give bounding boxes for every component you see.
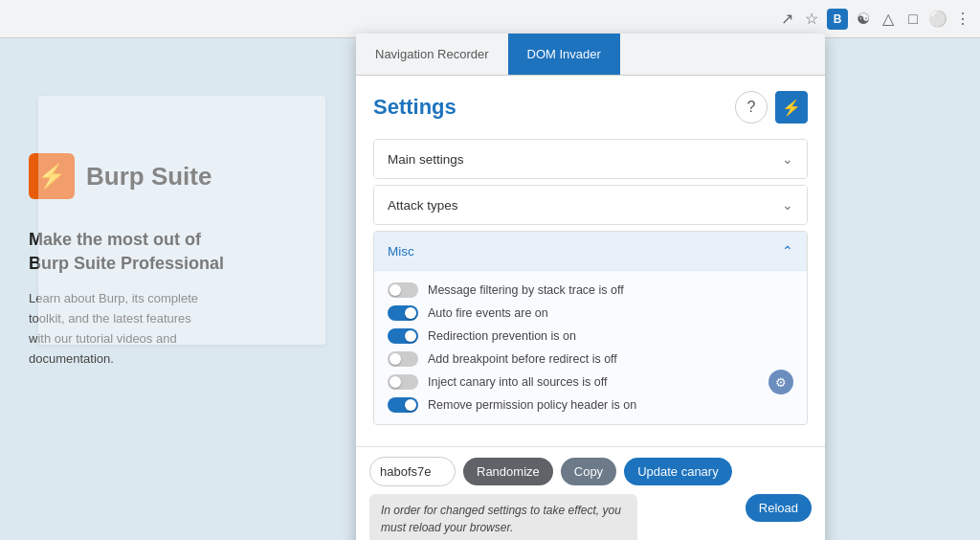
help-icon-button[interactable]: ? <box>735 91 768 124</box>
toggle-label-auto-fire: Auto fire events are on <box>428 306 548 320</box>
toggle-auto-fire[interactable] <box>388 305 418 321</box>
info-reload-row: In order for changed settings to take ef… <box>369 494 812 540</box>
account-icon[interactable]: △ <box>879 10 898 29</box>
toggle-remove-perm[interactable] <box>388 397 418 413</box>
toggle-label-inject-canary: Inject canary into all sources is off <box>428 375 607 389</box>
accordion-body-misc: Message filtering by stack trace is off … <box>374 270 807 424</box>
more-icon[interactable]: ⋮ <box>953 10 972 29</box>
toggle-row-add-breakpoint: Add breakpoint before redirect is off <box>388 351 793 367</box>
copy-button[interactable]: Copy <box>561 458 616 485</box>
reload-button[interactable]: Reload <box>746 494 812 522</box>
accordion-label-misc: Misc <box>388 244 414 259</box>
chevron-down-icon-main: ⌄ <box>782 151 793 167</box>
update-canary-button[interactable]: Update canary <box>624 458 732 485</box>
accordion-header-misc[interactable]: Misc ⌃ <box>374 232 807 270</box>
accordion-misc: Misc ⌃ Message filtering by stack trace … <box>373 231 808 425</box>
popup-tabs: Navigation Recorder DOM Invader <box>356 34 825 76</box>
accordion-main-settings: Main settings ⌄ <box>373 139 808 179</box>
accordion-header-attack-types[interactable]: Attack types ⌄ <box>374 186 807 224</box>
extensions-icon[interactable]: ☯ <box>854 10 873 29</box>
browser-chrome: ↗ ☆ B ☯ △ □ ⚪ ⋮ <box>0 0 980 38</box>
tab-dom-invader[interactable]: DOM Invader <box>508 34 620 75</box>
extension-popup: Navigation Recorder DOM Invader Settings… <box>356 34 825 540</box>
bottom-bar: Randomize Copy Update canary In order fo… <box>356 446 825 540</box>
toggle-row-remove-perm: Remove permission policy header is on <box>388 397 793 413</box>
chevron-down-icon-attack: ⌄ <box>782 197 793 213</box>
toggle-inject-canary[interactable] <box>388 374 418 390</box>
randomize-button[interactable]: Randomize <box>463 458 553 485</box>
toggle-add-breakpoint[interactable] <box>388 351 418 367</box>
settings-title: Settings <box>373 95 457 120</box>
accordion-label-attack-types: Attack types <box>388 198 458 213</box>
tab-navigation-recorder[interactable]: Navigation Recorder <box>356 34 508 75</box>
burp-extension-icon[interactable]: B <box>827 9 848 30</box>
toggle-redirect-prev[interactable] <box>388 328 418 344</box>
canary-input[interactable] <box>369 457 456 486</box>
share-icon[interactable]: ↗ <box>777 10 796 29</box>
toggle-label-add-breakpoint: Add breakpoint before redirect is off <box>428 352 617 366</box>
accordion-header-main-settings[interactable]: Main settings ⌄ <box>374 140 807 178</box>
popup-content: Settings ? ⚡ Main settings ⌄ Attack type… <box>356 76 825 446</box>
toggle-label-redirect-prev: Redirection prevention is on <box>428 329 576 343</box>
canary-row: Randomize Copy Update canary <box>369 457 812 486</box>
toggle-row-msg-filter: Message filtering by stack trace is off <box>388 282 793 298</box>
star-icon[interactable]: ☆ <box>802 10 821 29</box>
window-icon[interactable]: □ <box>903 10 923 29</box>
toggle-row-redirect-prev: Redirection prevention is on <box>388 328 793 344</box>
background-card <box>38 96 325 345</box>
toggle-row-auto-fire: Auto fire events are on <box>388 305 793 321</box>
profile-icon[interactable]: ⚪ <box>928 10 947 29</box>
gear-icon-inject-canary[interactable]: ⚙ <box>768 370 793 394</box>
toggle-label-msg-filter: Message filtering by stack trace is off <box>428 283 624 297</box>
info-box: In order for changed settings to take ef… <box>369 494 637 540</box>
toggle-row-inject-canary: Inject canary into all sources is off ⚙ <box>388 374 793 390</box>
burp-icon-button[interactable]: ⚡ <box>775 91 808 124</box>
toggle-msg-filter[interactable] <box>388 282 418 298</box>
settings-header-icons: ? ⚡ <box>735 91 808 124</box>
chevron-up-icon-misc: ⌃ <box>782 243 793 259</box>
accordion-attack-types: Attack types ⌄ <box>373 185 808 225</box>
toggle-label-remove-perm: Remove permission policy header is on <box>428 398 636 412</box>
accordion-label-main-settings: Main settings <box>388 152 464 167</box>
settings-header: Settings ? ⚡ <box>373 91 808 124</box>
